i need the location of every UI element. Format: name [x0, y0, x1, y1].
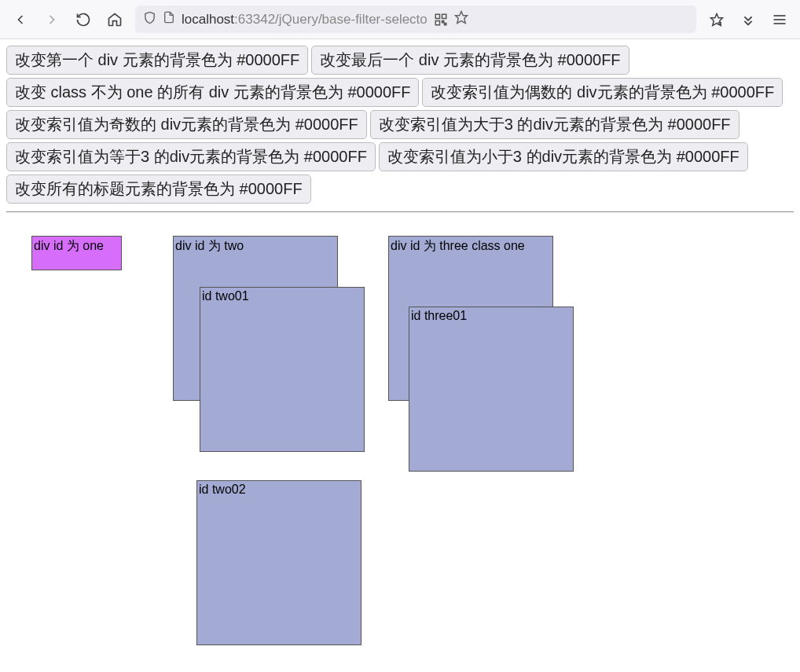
div-stage: div id 为 one div id 为 two id two01 div i… — [0, 0, 800, 234]
